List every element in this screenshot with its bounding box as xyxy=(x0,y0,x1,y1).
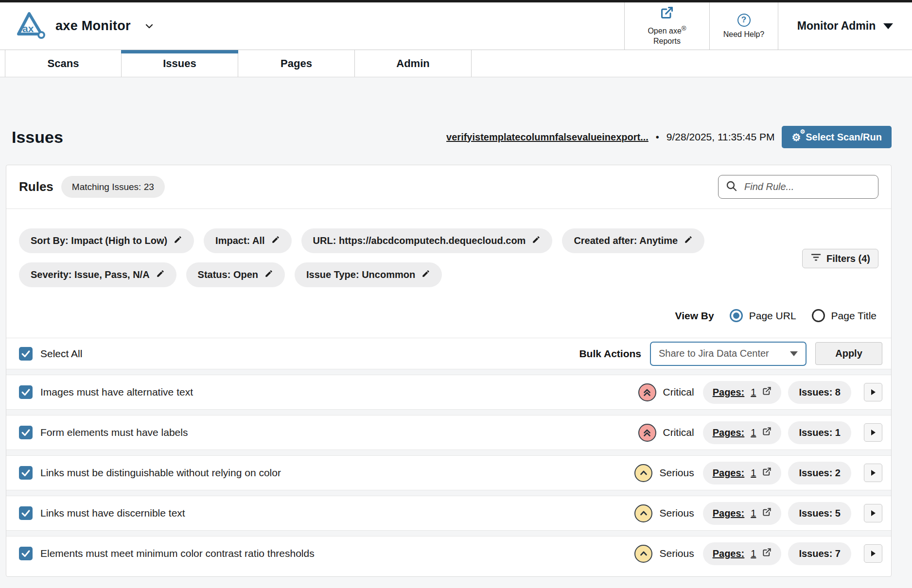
pages-link[interactable]: Pages: 1 xyxy=(703,542,782,565)
rule-name: Images must have alternative text xyxy=(40,386,193,398)
tab-admin[interactable]: Admin xyxy=(355,50,472,77)
severity-serious-icon xyxy=(634,504,652,522)
user-menu-label: Monitor Admin xyxy=(797,19,876,33)
main-nav: Scans Issues Pages Admin xyxy=(0,50,912,77)
panel-bottom-padding xyxy=(6,571,891,576)
row-divider xyxy=(6,409,891,415)
pages-link[interactable]: Pages: 1 xyxy=(703,462,782,484)
rules-title: Rules xyxy=(19,179,53,194)
issues-count-badge: Issues: 1 xyxy=(788,421,851,444)
row-checkbox[interactable] xyxy=(19,547,33,560)
external-link-icon xyxy=(762,507,772,519)
scan-info: verifyistemplatecolumnfalsevalueinexport… xyxy=(446,126,892,148)
filters-button[interactable]: Filters (4) xyxy=(802,249,878,268)
filter-chip-created-after[interactable]: Created after: Anytime xyxy=(562,228,704,253)
question-circle-icon: ? xyxy=(737,14,751,27)
row-actions: Serious Pages: 1 Issues: 2 xyxy=(634,462,882,484)
find-rule-input[interactable] xyxy=(743,181,871,193)
severity-critical-icon xyxy=(638,383,656,401)
expand-row-button[interactable] xyxy=(864,383,882,401)
issues-count-badge: Issues: 8 xyxy=(788,381,851,404)
rule-name: Links must be distinguishable without re… xyxy=(40,467,281,479)
open-axe-reports-label: Open axe® Reports xyxy=(648,25,686,46)
app-header: ax axe Monitor Open axe® Reports ? Need … xyxy=(0,2,912,50)
select-scan-run-button[interactable]: ⚙⚙ Select Scan/Run xyxy=(782,126,892,148)
row-actions: Critical Pages: 1 Issues: 1 xyxy=(638,421,883,444)
matching-issues-badge: Matching Issues: 23 xyxy=(61,176,165,198)
severity-serious-icon xyxy=(634,545,652,563)
pages-link[interactable]: Pages: 1 xyxy=(703,502,782,525)
user-menu[interactable]: Monitor Admin xyxy=(778,2,912,50)
rule-name: Form elements must have labels xyxy=(40,427,188,438)
scan-separator: • xyxy=(656,132,659,143)
chevron-right-icon xyxy=(871,389,876,395)
chevron-right-icon xyxy=(871,551,876,556)
severity-serious-icon xyxy=(634,464,652,482)
severity-label: Serious xyxy=(659,548,694,559)
filter-chip-status[interactable]: Status: Open xyxy=(186,262,285,287)
pencil-icon xyxy=(264,269,273,280)
issues-count-badge: Issues: 2 xyxy=(788,462,851,484)
need-help-label: Need Help? xyxy=(723,30,765,39)
row-divider xyxy=(6,369,891,375)
rule-name: Links must have discernible text xyxy=(40,507,185,519)
open-axe-reports-button[interactable]: Open axe® Reports xyxy=(624,2,709,50)
row-checkbox[interactable] xyxy=(19,426,33,439)
pages-link[interactable]: Pages: 1 xyxy=(703,381,782,404)
tab-issues[interactable]: Issues xyxy=(122,50,238,77)
external-link-icon xyxy=(660,6,674,21)
filter-icon xyxy=(810,252,822,265)
select-all-checkbox[interactable] xyxy=(19,347,33,361)
pencil-icon xyxy=(532,235,541,246)
scan-name-link[interactable]: verifyistemplatecolumnfalsevalueinexport… xyxy=(446,132,649,143)
app-brand[interactable]: ax axe Monitor xyxy=(0,2,624,50)
svg-text:ax: ax xyxy=(22,23,34,34)
filter-chip-issue-type[interactable]: Issue Type: Uncommon xyxy=(295,262,442,287)
issues-count-badge: Issues: 5 xyxy=(788,502,851,525)
radio-page-url[interactable]: Page URL xyxy=(730,309,796,322)
issue-row: Links must have discernible text Serious… xyxy=(6,496,891,530)
bulk-actions-label: Bulk Actions xyxy=(579,348,641,360)
filter-chip-url[interactable]: URL: https://abcdcomputech.dequecloud.co… xyxy=(301,228,553,253)
filter-chip-row-2: Severity: Issue, Pass, N/A Status: Open … xyxy=(19,262,878,287)
find-rule-search[interactable] xyxy=(718,175,878,199)
issue-row: Links must be distinguishable without re… xyxy=(6,456,891,490)
issue-row: Images must have alternative text Critic… xyxy=(6,375,891,409)
expand-row-button[interactable] xyxy=(864,464,882,482)
row-checkbox[interactable] xyxy=(19,466,33,480)
row-checkbox[interactable] xyxy=(19,385,33,399)
tab-pages[interactable]: Pages xyxy=(238,50,355,77)
filter-chip-severity[interactable]: Severity: Issue, Pass, N/A xyxy=(19,262,176,287)
issue-row: Elements must meet minimum color contras… xyxy=(6,536,891,571)
tab-scans[interactable]: Scans xyxy=(5,50,122,77)
severity-label: Critical xyxy=(663,386,694,398)
chevron-down-icon[interactable] xyxy=(143,20,155,32)
filter-chip-row-1: Sort By: Impact (High to Low) Impact: Al… xyxy=(19,228,878,253)
row-checkbox[interactable] xyxy=(19,506,33,520)
pencil-icon xyxy=(174,235,182,246)
axe-logo-icon: ax xyxy=(15,11,46,42)
row-actions: Critical Pages: 1 Issues: 8 xyxy=(638,381,883,404)
rule-name: Elements must meet minimum color contras… xyxy=(40,548,315,559)
rules-header: Rules Matching Issues: 23 xyxy=(6,165,891,209)
apply-button[interactable]: Apply xyxy=(815,342,882,365)
chevron-right-icon xyxy=(871,510,876,516)
pencil-icon xyxy=(684,235,693,246)
expand-row-button[interactable] xyxy=(864,423,882,442)
page-title: Issues xyxy=(12,128,63,147)
rules-panel: Rules Matching Issues: 23 Sort By: Impac… xyxy=(6,165,892,577)
page-content: Issues verifyistemplatecolumnfalsevaluei… xyxy=(0,126,912,577)
row-divider xyxy=(6,450,891,456)
filter-chip-impact[interactable]: Impact: All xyxy=(204,228,292,253)
severity-label: Serious xyxy=(659,507,694,519)
expand-row-button[interactable] xyxy=(864,504,882,522)
expand-row-button[interactable] xyxy=(864,544,882,563)
radio-page-title[interactable]: Page Title xyxy=(812,309,877,322)
need-help-button[interactable]: ? Need Help? xyxy=(709,2,778,50)
filter-chip-sort-by[interactable]: Sort By: Impact (High to Low) xyxy=(19,228,194,253)
severity-critical-icon xyxy=(638,424,656,442)
radio-unselected-icon xyxy=(812,309,825,322)
radio-selected-icon xyxy=(730,309,743,322)
bulk-action-select[interactable]: Share to Jira Data Center xyxy=(650,342,807,366)
pages-link[interactable]: Pages: 1 xyxy=(703,421,782,444)
